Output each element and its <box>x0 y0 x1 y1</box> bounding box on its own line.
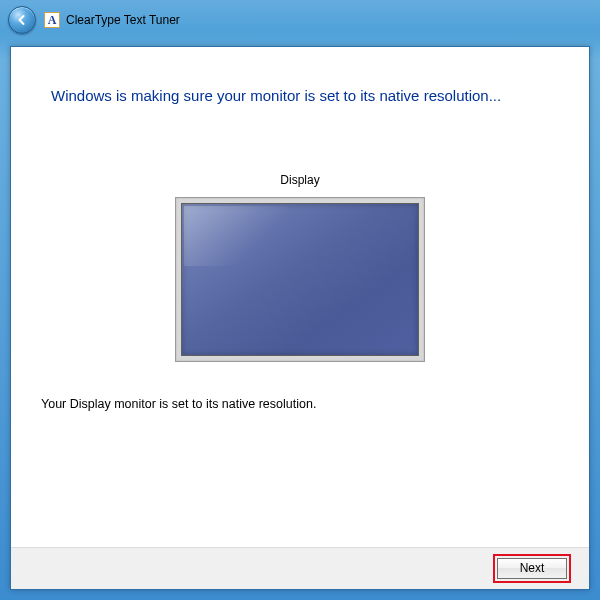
page-heading: Windows is making sure your monitor is s… <box>51 87 569 104</box>
window-frame: A ClearType Text Tuner Windows is making… <box>0 0 600 600</box>
window-title: ClearType Text Tuner <box>66 13 180 27</box>
next-button[interactable]: Next <box>497 558 567 579</box>
arrow-left-icon <box>15 13 29 27</box>
monitor-screen <box>181 203 419 356</box>
footer: Next <box>11 547 589 589</box>
status-text: Your Display monitor is set to its nativ… <box>41 397 316 411</box>
monitor-graphic <box>175 197 425 362</box>
titlebar: A ClearType Text Tuner <box>0 0 600 40</box>
display-label: Display <box>11 173 589 187</box>
client-area: Windows is making sure your monitor is s… <box>10 46 590 590</box>
monitor-bezel <box>175 197 425 362</box>
app-icon-glyph: A <box>48 14 57 26</box>
next-button-highlight: Next <box>493 554 571 583</box>
app-icon: A <box>44 12 60 28</box>
back-button[interactable] <box>8 6 36 34</box>
content: Windows is making sure your monitor is s… <box>11 47 589 547</box>
